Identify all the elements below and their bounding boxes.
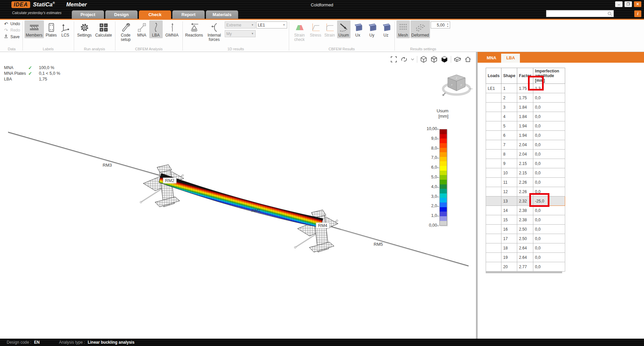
table-cell-shape[interactable]: 17 (501, 234, 517, 243)
table-cell-shape[interactable]: 19 (501, 253, 517, 262)
reactions-button[interactable]: Reactions (184, 20, 204, 38)
calculate-button[interactable]: + − × ÷ Calculate (94, 20, 113, 38)
tab-check[interactable]: Check (139, 10, 171, 19)
table-cell-loads[interactable] (486, 215, 501, 225)
table-cell-loads[interactable] (486, 206, 501, 215)
table-cell-loads[interactable] (486, 225, 501, 234)
table-cell-factor[interactable]: 2.38 (517, 215, 533, 225)
table-cell-shape[interactable]: 15 (501, 215, 517, 225)
table-cell-loads[interactable] (486, 187, 501, 196)
panel-tab-mna[interactable]: MNA (482, 54, 501, 63)
table-scrollbar[interactable] (486, 272, 562, 273)
model-3d-scene[interactable]: RM3 RM2 AM1 RM4 RM5 (0, 52, 476, 339)
lcs-button[interactable]: LCS (59, 20, 72, 38)
mna-button[interactable]: + − MNA (135, 20, 149, 38)
strain-check-button[interactable]: Strain check (291, 20, 308, 43)
mesh-button[interactable]: Mesh (396, 20, 410, 38)
table-cell-factor[interactable]: 2.15 (517, 159, 533, 168)
table-cell-loads[interactable] (486, 253, 501, 262)
navigation-cube[interactable]: z x y (441, 72, 473, 100)
table-cell-factor[interactable]: 1.75 (517, 93, 533, 103)
table-cell-factor[interactable]: 2.64 (517, 253, 533, 262)
table-cell-loads[interactable] (486, 121, 501, 131)
table-cell-loads[interactable] (486, 131, 501, 140)
table-cell-factor[interactable]: 2.77 (517, 262, 533, 272)
stress-button[interactable]: Stress (309, 20, 322, 38)
info-button[interactable]: i (634, 10, 641, 17)
table-cell-shape[interactable]: 4 (501, 112, 517, 121)
search-input[interactable] (546, 11, 607, 16)
table-cell-imperfection[interactable]: 0,0 (533, 103, 565, 112)
table-cell-loads[interactable] (486, 178, 501, 187)
table-cell-loads[interactable] (486, 140, 501, 150)
table-cell-loads[interactable] (486, 234, 501, 243)
table-cell-factor[interactable]: 2.04 (517, 150, 533, 159)
table-cell-shape[interactable]: 3 (501, 103, 517, 112)
table-cell-imperfection[interactable]: 0,0 (533, 159, 565, 168)
table-cell-factor[interactable]: 2.50 (517, 225, 533, 234)
table-cell-imperfection[interactable]: 0,0 (533, 140, 565, 150)
spinner-down-icon[interactable]: ▼ (447, 25, 449, 28)
table-cell-imperfection[interactable]: 0,0 (533, 215, 565, 225)
table-cell-loads[interactable] (486, 168, 501, 178)
close-button[interactable]: ✕ (634, 1, 641, 7)
table-cell-shape[interactable]: 13 (501, 196, 517, 206)
table-cell-factor[interactable]: 1.75 (517, 84, 533, 93)
table-cell-imperfection[interactable]: 0,0 (533, 187, 565, 196)
table-cell-imperfection[interactable]: 0,0 (533, 234, 565, 243)
table-cell-imperfection[interactable]: 1,3 (533, 84, 565, 93)
deformed-button[interactable]: Deformed (411, 20, 430, 38)
table-cell-imperfection[interactable]: 0,0 (533, 121, 565, 131)
cube-wireframe-icon[interactable] (420, 55, 428, 63)
table-cell-factor[interactable]: 1.94 (517, 131, 533, 140)
spinner-up-icon[interactable]: ▲ (447, 22, 449, 25)
table-cell-loads[interactable] (486, 262, 501, 272)
table-cell-imperfection[interactable]: 0,0 (533, 150, 565, 159)
model-viewport[interactable]: RM3 RM2 AM1 RM4 RM5 MNA✓100,0 % MNA Plat… (0, 52, 476, 339)
tab-design[interactable]: Design (105, 10, 138, 19)
member-am1-deformed[interactable] (159, 173, 323, 228)
loadcase-dropdown[interactable]: LE1▼ (256, 21, 287, 28)
maximize-button[interactable]: ❐ (625, 1, 632, 7)
table-cell-shape[interactable]: 11 (501, 178, 517, 187)
redo-button[interactable]: ↷Redo (3, 27, 20, 33)
table-cell-imperfection[interactable]: 0,0 (533, 93, 565, 103)
table-cell-shape[interactable]: 6 (501, 131, 517, 140)
usum-button[interactable]: Usum (337, 20, 351, 38)
table-cell-imperfection[interactable]: 0,0 (533, 225, 565, 234)
column-header[interactable]: Imperfection amplitude [mm] (533, 68, 565, 84)
tab-report[interactable]: Report (172, 10, 205, 19)
table-cell-loads[interactable] (486, 159, 501, 168)
uz-button[interactable]: Uz (379, 20, 393, 38)
tab-materials[interactable]: Materials (206, 10, 238, 19)
table-cell-factor[interactable]: 1.84 (517, 103, 533, 112)
table-cell-shape[interactable]: 5 (501, 121, 517, 131)
strain-button[interactable]: Strain (323, 20, 336, 38)
member-line-rm3[interactable] (8, 132, 160, 175)
home-view-icon[interactable] (464, 55, 472, 63)
table-cell-factor[interactable]: 2.15 (517, 168, 533, 178)
table-cell-factor[interactable]: 1.94 (517, 121, 533, 131)
chevron-down-icon[interactable] (411, 55, 415, 63)
table-cell-shape[interactable]: 12 (501, 187, 517, 196)
table-cell-imperfection[interactable]: 0,0 (533, 253, 565, 262)
column-header[interactable]: Shape (501, 68, 517, 84)
table-cell-shape[interactable]: 20 (501, 262, 517, 272)
table-cell-factor[interactable]: 2.38 (517, 206, 533, 215)
table-cell-shape[interactable]: 2 (501, 93, 517, 103)
uy-button[interactable]: Uy (365, 20, 379, 38)
table-cell-imperfection[interactable]: -25,0 (533, 196, 565, 206)
table-cell-shape[interactable]: 9 (501, 159, 517, 168)
save-button[interactable]: Save (3, 34, 19, 40)
table-cell-loads[interactable] (486, 196, 501, 206)
gmnia-button[interactable]: GMNIA (163, 20, 181, 38)
table-cell-shape[interactable]: 16 (501, 225, 517, 234)
table-cell-imperfection[interactable]: 0,0 (533, 243, 565, 253)
cube-solid-icon[interactable] (440, 55, 448, 63)
table-cell-loads[interactable] (486, 103, 501, 112)
table-cell-factor[interactable]: 2.04 (517, 140, 533, 150)
cube-shaded-icon[interactable] (430, 55, 438, 63)
table-cell-imperfection[interactable]: 0,0 (533, 168, 565, 178)
table-cell-shape[interactable]: 14 (501, 206, 517, 215)
table-cell-loads[interactable] (486, 243, 501, 253)
